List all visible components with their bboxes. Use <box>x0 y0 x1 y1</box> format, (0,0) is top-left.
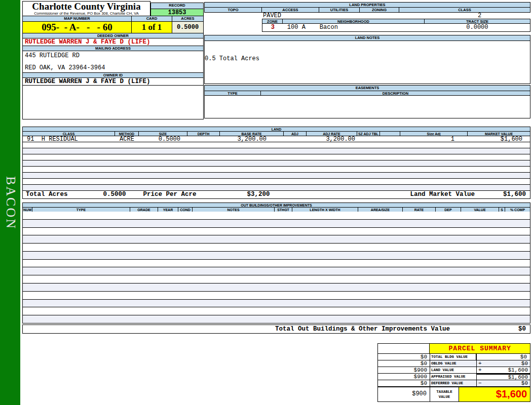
tract-size-value: 0.0000 <box>425 24 530 31</box>
summary-row-land: $900 LAND VALUE +$1,600 <box>378 367 530 374</box>
zone-label: ZONE <box>262 19 283 24</box>
price-per-acre-label: Price Per Acre <box>143 191 197 198</box>
land-col-blank <box>380 131 400 136</box>
op-obldg: + <box>478 360 482 367</box>
easements-empty-box <box>204 95 530 118</box>
zoning-label: ZONING <box>360 7 399 13</box>
land-market-value: $1,600 <box>503 191 526 198</box>
out-buildings-total-label: Total Out Buildings & Other Improvements… <box>275 325 450 333</box>
record-box: RECORD 13853 <box>150 3 204 16</box>
owner-pane: Charlotte County Virginia Commissioner o… <box>22 1 204 119</box>
land-cell-size: 0.5000 <box>139 136 187 142</box>
parcel-summary-blank-cell <box>378 344 430 353</box>
sidebar-district-label: BACON <box>3 176 18 230</box>
land-totals-row: Total Acres 0.5000 Price Per Acre $3,200… <box>22 190 530 199</box>
land-cell-depth <box>187 136 220 142</box>
taxable-value-label: TAXABLE VALUE <box>430 387 459 401</box>
obldg-value: $0 <box>521 360 528 367</box>
land-empty-row <box>22 179 530 185</box>
total-acres-value: 0.5000 <box>103 191 126 198</box>
ob-empty-row <box>22 267 530 275</box>
land-empty-row <box>22 167 530 173</box>
prior-deferred-value: $0 <box>378 380 430 386</box>
ob-empty-row <box>22 300 530 308</box>
land-col-depth: DEPTH <box>187 131 220 136</box>
topo-label: TOPO <box>204 7 262 13</box>
land-empty-row <box>22 148 530 154</box>
acres-field[interactable]: 0.5000 <box>172 21 204 33</box>
land-notes-text: 0.5 Total Acres <box>205 55 530 62</box>
summary-row-total-bldg: $0 TOTAL BLDG VALUE $0 <box>378 354 530 360</box>
utilities-label: UTILITIES <box>319 7 360 13</box>
land-empty-rows <box>22 142 530 191</box>
land-properties-pane: LAND PROPERTIES TOPO ACCESS UTILITIES ZO… <box>204 2 530 118</box>
total-bldg-value-label: TOTAL BLDG VALUE <box>430 354 477 360</box>
appraised-value: $1,600 <box>508 375 528 380</box>
land-table-row[interactable]: 91 H RESIDUAL ACRE 0.5000 3,200.00 3,200… <box>22 136 530 142</box>
easement-description-label: DESCRIPTION <box>261 91 530 96</box>
mailing-address-box: 445 RUTLEDGE RD RED OAK, VA 23964-3964 <box>22 51 204 73</box>
class-label: CLASS <box>399 7 530 13</box>
prior-obldg-value: $0 <box>378 360 430 367</box>
appraised-value-label: APPRAISED VALUE <box>430 374 477 380</box>
out-buildings-total-row: Total Out Buildings & Other Improvements… <box>22 325 530 334</box>
land-empty-row <box>22 160 530 167</box>
land-value: $1,600 <box>508 367 528 373</box>
land-table: LAND CLASS METHOD SIZE DEPTH BASE RATE A… <box>22 127 530 199</box>
card-field[interactable]: 1 of 1 <box>132 21 172 33</box>
land-col-size-adj: Size Adj <box>400 131 468 136</box>
deeded-owner-value: RUTLEDGE WARREN J & FAYE D (LIFE) <box>22 38 204 46</box>
land-col-adj: ADJ <box>284 131 307 136</box>
prior-total-bldg-value: $0 <box>378 354 430 360</box>
land-value-label: LAND VALUE <box>430 367 477 373</box>
prior-appraised-value: $900 <box>378 374 430 380</box>
summary-row-obldg: $0 OBLDG VALUE +$0 <box>378 360 530 367</box>
price-per-acre-value: $3,200 <box>247 191 270 198</box>
class-value: 2 <box>478 13 481 19</box>
out-buildings-total-value: $0 <box>518 325 526 333</box>
summary-row-taxable: $900 TAXABLE VALUE $1,600 <box>378 387 530 401</box>
zone-value: 3 <box>262 24 283 31</box>
ob-empty-row <box>22 212 530 220</box>
record-value-field[interactable]: 13853 <box>150 9 204 16</box>
ob-empty-row <box>22 275 530 284</box>
ob-empty-row <box>22 244 530 252</box>
land-cell-market-value: $1,600 <box>468 136 525 142</box>
commissioner-subtitle: Commissioner of the Revenue, PO Box 308,… <box>23 12 150 16</box>
summary-row-deferred: $0 DEFERRED VALUE −$0 <box>378 380 530 387</box>
land-empty-row <box>22 173 530 179</box>
county-title: Charlotte County Virginia <box>23 2 150 12</box>
land-cell-adj-rate: 3,200.00 <box>307 136 357 142</box>
land-cell-size-adj: 1 <box>400 136 468 142</box>
land-notes-field[interactable]: 0.5 Total Acres <box>204 40 530 84</box>
total-bldg-value: $0 <box>520 354 527 360</box>
zone-subtable: ZONE NEIGHBORHOOD TRACT SIZE 3 100 ABaco… <box>262 19 530 32</box>
map-number-field[interactable]: 095- - A- - - 60 <box>22 21 132 33</box>
taxable-value: $1,600 <box>459 387 530 401</box>
county-header: Charlotte County Virginia Commissioner o… <box>22 1 150 16</box>
land-col-sz-adj-tbl: SZ ADJ TBL <box>357 131 380 136</box>
neighborhood-name: Bacon <box>320 24 338 31</box>
ob-empty-row <box>22 228 530 236</box>
ob-empty-row <box>22 284 530 292</box>
land-empty-row <box>22 142 530 148</box>
parcel-summary-table: PARCEL SUMMARY $0 TOTAL BLDG VALUE $0 $0… <box>377 343 530 402</box>
ob-empty-row <box>22 260 530 268</box>
prior-taxable-value: $900 <box>378 387 430 401</box>
land-cell-method: ACRE <box>115 136 139 142</box>
total-acres-label: Total Acres <box>26 191 68 198</box>
parcel-summary-header: PARCEL SUMMARY <box>378 344 530 354</box>
summary-row-appraised: $900 APPRAISED VALUE $1,600 <box>378 374 530 380</box>
ob-empty-row <box>22 235 530 244</box>
deferred-value: $0 <box>521 380 528 386</box>
out-buildings-table: OUT BUILDINGS/OTHER IMPROVEMENTS NUM TYP… <box>22 202 530 334</box>
obldg-value-label: OBLDG VALUE <box>430 360 477 367</box>
access-value: PAVED <box>263 13 385 19</box>
out-buildings-empty-rows <box>22 212 530 323</box>
land-cell-adj <box>284 136 307 142</box>
land-cell-sz-adj-tbl <box>357 136 380 142</box>
ob-empty-row <box>22 315 530 323</box>
op-deferred: − <box>478 380 482 386</box>
land-cell-blank <box>380 136 400 142</box>
owner-id-value: RUTLEDGE WARREN J & FAYE D (LIFE) <box>22 77 204 86</box>
